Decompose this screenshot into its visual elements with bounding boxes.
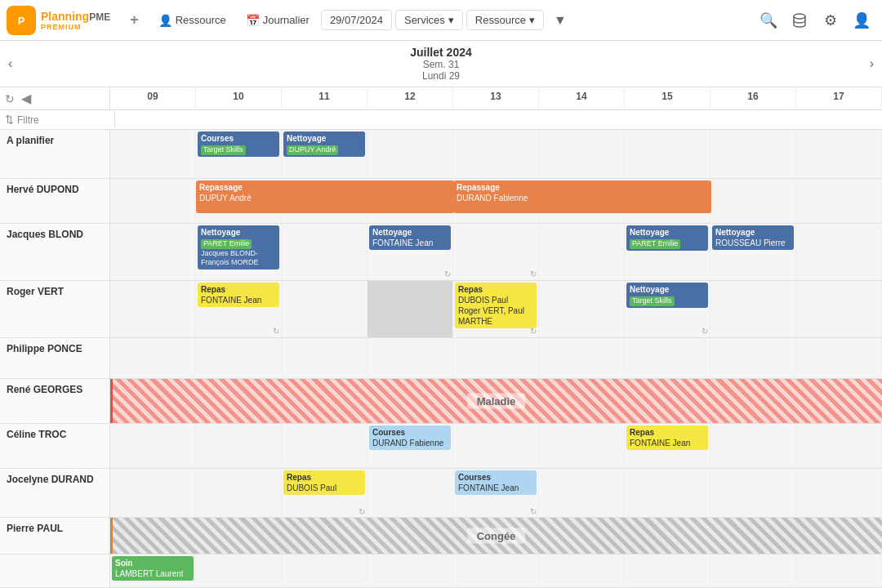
row-label-jacques-blond: Jacques BLOND [0, 224, 110, 280]
cell-last-15[interactable] [625, 555, 710, 588]
event-repassage-durand[interactable]: Repassage DURAND Fabienne [453, 180, 711, 213]
cell-aplanifier-12[interactable] [368, 130, 453, 179]
event-courses-targetskills[interactable]: Courses Target Skills [198, 131, 279, 157]
event-nettoyage-paret2[interactable]: Nettoyage PARET Emilie [626, 225, 708, 251]
event-nettoyage-targetskills[interactable]: Nettoyage Target Skills [626, 283, 708, 308]
cell-jacques-15[interactable]: Nettoyage PARET Emilie [625, 224, 710, 280]
cell-celine-15[interactable]: Repas FONTAINE Jean [625, 424, 710, 473]
cell-celine-14[interactable] [539, 424, 625, 473]
event-nettoyage-dupuy[interactable]: Nettoyage DUPUY André [283, 131, 365, 157]
ressource-button[interactable]: 👤 Ressource [150, 11, 234, 30]
cell-last-14[interactable] [539, 555, 625, 588]
cell-last-17[interactable] [796, 555, 882, 588]
cell-aplanifier-14[interactable] [539, 130, 625, 179]
rene-maladie-area: Maladie [110, 379, 882, 423]
cell-roger-09[interactable] [110, 281, 196, 337]
cell-herve-10[interactable]: Repassage DUPUY André [196, 179, 282, 228]
cell-jacques-11[interactable] [282, 224, 368, 280]
cell-celine-17[interactable] [796, 424, 882, 473]
cell-jocelyne-09[interactable] [110, 469, 196, 518]
cell-aplanifier-09[interactable] [110, 130, 196, 179]
cell-herve-16[interactable] [710, 179, 796, 228]
cell-jocelyne-12[interactable] [368, 469, 453, 518]
logo: P PlanningPME PREMIUM [7, 6, 110, 35]
cell-aplanifier-10[interactable]: Courses Target Skills [196, 130, 282, 179]
cell-jocelyne-11[interactable]: Repas DUBOIS Paul ↻ [282, 469, 368, 518]
cell-celine-09[interactable] [110, 424, 196, 473]
cell-celine-16[interactable] [710, 424, 796, 473]
cell-jocelyne-13[interactable]: Courses FONTAINE Jean ↻ [453, 469, 539, 518]
database-button[interactable] [786, 7, 813, 34]
cell-aplanifier-11[interactable]: Nettoyage DUPUY André [282, 130, 368, 179]
cell-last-13[interactable] [453, 555, 539, 588]
logo-icon: P [7, 6, 36, 35]
event-repas-dubois[interactable]: Repas DUBOIS Paul Roger VERT, Paul MARTH… [455, 283, 537, 328]
ressource2-dropdown[interactable]: Ressource ▾ [466, 10, 544, 30]
cell-celine-13[interactable] [453, 424, 539, 473]
cell-roger-16[interactable] [710, 281, 796, 337]
row-herve-dupond: Hervé DUPOND Repassage DUPUY André Repas… [0, 179, 882, 224]
cell-jacques-13[interactable]: ↻ [453, 224, 539, 280]
cell-last-11[interactable] [282, 555, 368, 588]
cell-herve-09[interactable] [110, 179, 196, 228]
event-soin-lambert[interactable]: Soin LAMBERT Laurent [112, 556, 194, 581]
cell-aplanifier-17[interactable] [796, 130, 882, 179]
event-nettoyage-fontaine[interactable]: Nettoyage FONTAINE Jean [369, 225, 451, 250]
event-repas-fontaine-celine[interactable]: Repas FONTAINE Jean [626, 425, 708, 450]
cell-roger-15[interactable]: Nettoyage Target Skills ↻ [625, 281, 710, 337]
cell-jacques-14[interactable] [539, 224, 625, 280]
cell-jocelyne-10[interactable] [196, 469, 282, 518]
cell-aplanifier-15[interactable] [625, 130, 710, 179]
refresh-button[interactable]: ↻ [5, 92, 15, 105]
prev-button[interactable]: ‹ [8, 56, 12, 71]
cell-jacques-09[interactable] [110, 224, 196, 280]
cell-jacques-10[interactable]: Nettoyage PARET Emilie Jacques BLOND-Fra… [196, 224, 282, 280]
add-button[interactable]: + [122, 8, 147, 32]
event-courses-fontaine-jocelyne[interactable]: Courses FONTAINE Jean [455, 470, 537, 495]
cell-celine-10[interactable] [196, 424, 282, 473]
journalier-button[interactable]: 📅 Journalier [238, 11, 318, 30]
next-button[interactable]: › [870, 56, 874, 71]
cell-jocelyne-17[interactable] [796, 469, 882, 518]
cell-herve-17[interactable] [796, 179, 882, 228]
search-button[interactable]: 🔍 [755, 7, 782, 34]
event-nettoyage-rousseau[interactable]: Nettoyage ROUSSEAU Pierre [712, 225, 794, 250]
filter-button[interactable]: ▼ [547, 10, 573, 31]
date-picker[interactable]: 29/07/2024 [321, 10, 392, 30]
event-courses-durand[interactable]: Courses DURAND Fabienne [369, 425, 451, 450]
cell-aplanifier-16[interactable] [710, 130, 796, 179]
cell-roger-12[interactable] [368, 281, 453, 337]
cell-jacques-17[interactable] [796, 224, 882, 280]
cell-roger-13[interactable]: Repas DUBOIS Paul Roger VERT, Paul MARTH… [453, 281, 539, 337]
cell-roger-11[interactable] [282, 281, 368, 337]
cell-jacques-16[interactable]: Nettoyage ROUSSEAU Pierre [710, 224, 796, 280]
user-button[interactable]: 👤 [848, 7, 875, 34]
services-dropdown[interactable]: Services ▾ [395, 10, 463, 30]
cell-roger-10[interactable]: Repas FONTAINE Jean ↻ [196, 281, 282, 337]
cell-herve-13[interactable]: Repassage DURAND Fabienne [453, 179, 539, 228]
cell-celine-12[interactable]: Courses DURAND Fabienne [368, 424, 453, 473]
event-repas-dubois-jocelyne[interactable]: Repas DUBOIS Paul [283, 470, 365, 495]
cell-jocelyne-14[interactable] [539, 469, 625, 518]
cell-jacques-12[interactable]: Nettoyage FONTAINE Jean ↻ [368, 224, 453, 280]
event-repassage-dupuy[interactable]: Repassage DUPUY André [196, 180, 454, 213]
month-title: Juillet 2024 [0, 46, 882, 59]
cell-roger-17[interactable] [796, 281, 882, 337]
sidebar-toggle-button[interactable]: ◀ [21, 91, 31, 106]
cell-jocelyne-16[interactable] [710, 469, 796, 518]
cell-last-12[interactable] [368, 555, 453, 588]
cell-jocelyne-15[interactable] [625, 469, 710, 518]
cell-last-16[interactable] [710, 555, 796, 588]
row-jocelyne-durand: Jocelyne DURAND Repas DUBOIS Paul ↻ Cour… [0, 469, 882, 518]
row-label-a-planifier: A planifier [0, 130, 110, 178]
cell-aplanifier-13[interactable] [453, 130, 539, 179]
event-nettoyage-paret[interactable]: Nettoyage PARET Emilie Jacques BLOND-Fra… [198, 225, 279, 270]
event-repas-fontaine[interactable]: Repas FONTAINE Jean [198, 283, 279, 307]
cell-roger-14[interactable] [539, 281, 625, 337]
day-header-09: 09 [110, 87, 196, 109]
cell-celine-11[interactable] [282, 424, 368, 473]
day-header-12: 12 [368, 87, 453, 109]
cell-last-10[interactable] [196, 555, 282, 588]
settings-button[interactable]: ⚙ [817, 7, 844, 34]
cell-last-09[interactable]: Soin LAMBERT Laurent [110, 555, 196, 588]
